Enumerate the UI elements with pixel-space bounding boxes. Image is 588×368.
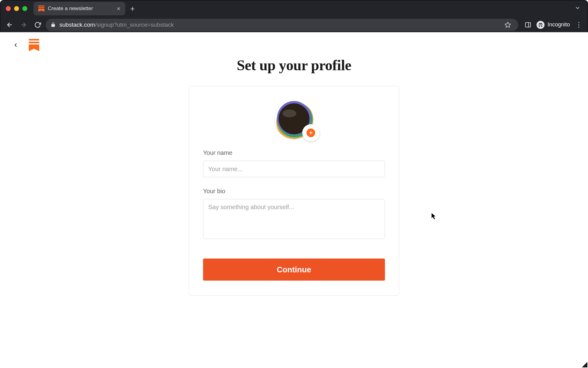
window-zoom-button[interactable]	[22, 6, 27, 11]
substack-logo-icon[interactable]	[29, 39, 39, 51]
svg-point-11	[282, 109, 296, 117]
url-text: substack.com/signup?utm_source=substack	[59, 21, 174, 28]
browser-menu-button[interactable]: ⋮	[573, 21, 585, 29]
url-path: /signup?utm_source=substack	[95, 21, 174, 28]
resize-corner-icon	[582, 362, 587, 367]
tab-title: Create a newsletter	[48, 6, 113, 12]
url-host: substack.com	[59, 21, 95, 28]
page-header	[10, 39, 39, 51]
mouse-cursor-icon	[431, 213, 437, 220]
page-title: Set up your profile	[237, 57, 351, 74]
bookmark-star-button[interactable]	[502, 19, 513, 30]
avatar-container	[275, 100, 313, 139]
avatar-add-button[interactable]	[302, 124, 319, 141]
plus-icon	[307, 128, 315, 137]
continue-button[interactable]: Continue	[203, 259, 385, 281]
address-bar[interactable]: substack.com/signup?utm_source=substack	[46, 19, 518, 31]
bio-field-block: Your bio	[203, 188, 385, 240]
bio-input[interactable]	[203, 199, 385, 239]
address-bar-row: substack.com/signup?utm_source=substack …	[0, 17, 588, 33]
new-tab-button[interactable]: +	[128, 5, 137, 13]
window-controls	[6, 6, 27, 11]
incognito-icon	[537, 21, 545, 29]
toolbar-right: Incognito ⋮	[520, 19, 585, 30]
substack-favicon-icon	[38, 6, 44, 12]
tabs-overflow-button[interactable]	[572, 3, 583, 14]
browser-chrome: Create a newsletter × + substack.com/sig…	[0, 0, 588, 32]
profile-setup-card: Your name Your bio Continue	[189, 86, 399, 296]
window-close-button[interactable]	[6, 6, 11, 11]
page-back-button[interactable]	[10, 40, 21, 50]
tab-close-button[interactable]: ×	[117, 6, 120, 12]
bio-label: Your bio	[203, 188, 385, 195]
incognito-indicator[interactable]: Incognito	[535, 21, 572, 29]
name-label: Your name	[203, 149, 385, 156]
panel-toggle-button[interactable]	[522, 19, 533, 30]
svg-marker-2	[505, 22, 511, 27]
tab-strip: Create a newsletter × +	[0, 0, 588, 17]
window-minimize-button[interactable]	[14, 6, 19, 11]
nav-reload-button[interactable]	[32, 19, 44, 31]
page-content: Set up your profile	[0, 32, 588, 368]
lock-icon	[51, 22, 56, 27]
svg-rect-3	[526, 22, 531, 27]
nav-back-button[interactable]	[3, 19, 16, 31]
nav-forward-button[interactable]	[17, 19, 30, 31]
name-field-block: Your name	[203, 149, 385, 177]
browser-tab[interactable]: Create a newsletter ×	[33, 2, 125, 15]
incognito-label: Incognito	[548, 21, 570, 28]
name-input[interactable]	[203, 161, 385, 177]
